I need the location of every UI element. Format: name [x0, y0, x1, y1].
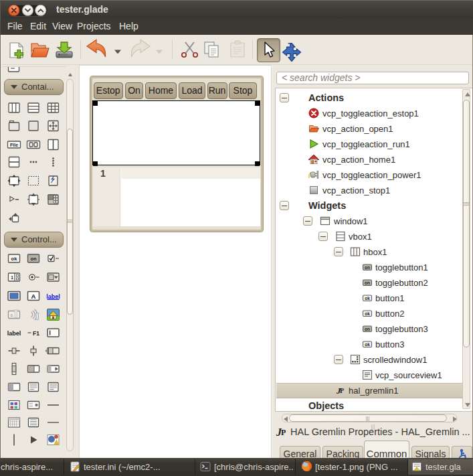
svg-text:P: P	[281, 428, 286, 437]
svg-text:P: P	[340, 387, 344, 394]
svg-text:on: on	[365, 281, 370, 285]
svg-text:File: File	[10, 143, 18, 147]
svg-text:ok: ok	[365, 296, 370, 301]
svg-text:label: label	[7, 330, 21, 337]
svg-text:ok: ok	[365, 342, 370, 347]
svg-text:0.: 0.	[10, 313, 13, 317]
svg-text:label: label	[46, 293, 60, 300]
svg-text:ok: ok	[11, 256, 18, 262]
svg-text:ok: ok	[365, 311, 370, 316]
svg-text:on: on	[365, 327, 370, 331]
svg-text:A: A	[31, 293, 36, 300]
svg-text:F1: F1	[33, 330, 39, 337]
svg-text:on: on	[30, 256, 37, 262]
svg-text:on: on	[365, 265, 370, 270]
svg-text:1: 1	[11, 275, 13, 280]
